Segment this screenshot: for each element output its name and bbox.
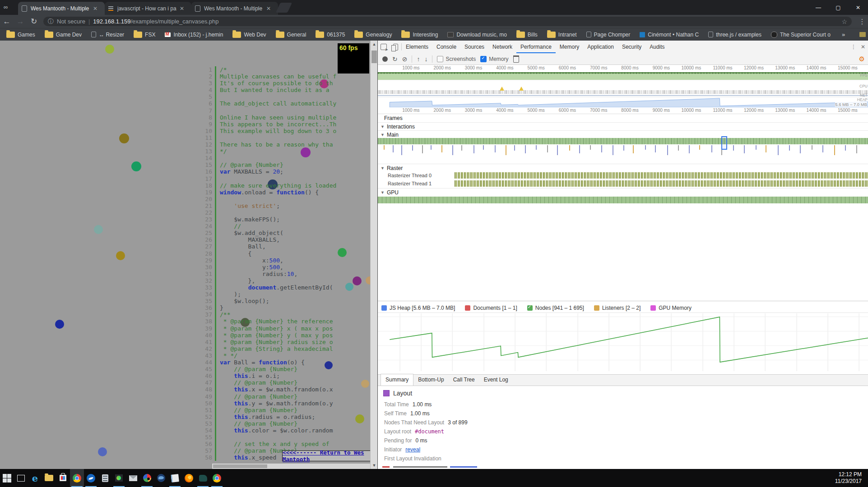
section-main[interactable]: ▼Main (381, 132, 399, 138)
screenshots-checkbox[interactable]: Screenshots (437, 56, 476, 62)
taskbar-task-view-icon[interactable] (14, 469, 28, 487)
details-tab-call-tree[interactable]: Call Tree (449, 374, 479, 386)
performance-overview[interactable]: 1000 ms2000 ms3000 ms4000 ms5000 ms6000 … (378, 65, 868, 107)
section-gpu[interactable]: ▼GPU (381, 189, 399, 196)
browser-tab[interactable]: Wes Mantooth - Multiple✕ (191, 2, 278, 15)
bookmark-item[interactable]: The Superior Court o (771, 32, 831, 38)
bookmark-item[interactable]: three.js / examples (708, 32, 761, 38)
bookmark-item[interactable]: Interesting (401, 32, 438, 38)
legend-checkbox[interactable] (594, 305, 599, 311)
section-raster[interactable]: ▼Raster (381, 165, 403, 171)
inspect-element-icon[interactable] (378, 42, 390, 51)
taskbar-edge-icon[interactable]: e (28, 469, 42, 487)
load-profile-icon[interactable]: ↑ (417, 55, 420, 63)
tab-close-icon[interactable]: ✕ (93, 5, 97, 12)
taskbar-paint-app-icon[interactable] (140, 469, 154, 487)
devtools-tab-console[interactable]: Console (432, 41, 460, 53)
memory-chart[interactable] (378, 313, 868, 371)
vertical-scrollbar[interactable]: ▲ ▼ (370, 41, 378, 469)
taskbar-thunderbird-icon[interactable] (154, 469, 168, 487)
legend-checkbox[interactable] (465, 305, 470, 311)
legend-checkbox[interactable] (527, 305, 533, 311)
tab-close-icon[interactable]: ✕ (180, 5, 184, 12)
section-frames[interactable]: Frames (384, 115, 403, 121)
main-thread-activity-bar[interactable] (378, 138, 868, 144)
bookmark-item[interactable]: Web Dev (232, 32, 266, 38)
return-link-box[interactable]: <<<<------ Return to Wes Mantooth (282, 450, 370, 461)
horizontal-scrollbar[interactable] (212, 464, 370, 469)
address-bar[interactable]: ⓘ Not secure | 192.168.1.159/examples/mu… (43, 17, 852, 26)
tab-close-icon[interactable]: ✕ (266, 5, 271, 12)
legend-checkbox[interactable] (381, 305, 387, 311)
new-tab-button[interactable] (276, 3, 292, 13)
vertical-scrollbar-thumb[interactable] (371, 51, 377, 63)
flame-chart[interactable]: 1000 ms2000 ms3000 ms4000 ms5000 ms6000 … (378, 107, 868, 301)
browser-menu-icon[interactable]: ⋮ (856, 18, 868, 26)
taskbar-store-icon[interactable] (56, 469, 70, 487)
bookmark-item[interactable]: General (276, 32, 306, 38)
legend-item[interactable]: Documents [1 – 1] (465, 305, 517, 311)
legend-checkbox[interactable] (650, 305, 656, 311)
taskbar-openoffice-icon[interactable] (84, 469, 98, 487)
reload-profile-icon[interactable]: ↻ (392, 55, 398, 63)
save-profile-icon[interactable]: ↓ (424, 55, 427, 63)
devtools-tab-elements[interactable]: Elements (402, 41, 432, 53)
bookmark-item[interactable]: Game Dev (45, 32, 82, 38)
back-button[interactable]: ← (0, 17, 14, 26)
bookmark-item[interactable]: Bills (516, 32, 538, 38)
forward-button[interactable]: → (14, 17, 27, 26)
devtools-tab-sources[interactable]: Sources (460, 41, 488, 53)
info-icon[interactable]: ⓘ (48, 18, 54, 26)
rasterizer-thread-0-label[interactable]: Rasterizer Thread 0 (388, 173, 435, 178)
capture-settings-gear-icon[interactable]: ⚙ (859, 55, 865, 63)
taskbar-file-explorer-icon[interactable] (42, 469, 56, 487)
taskbar-start-icon[interactable] (0, 469, 14, 487)
devtools-tab-performance[interactable]: Performance (516, 41, 556, 53)
bookmark-item[interactable]: Games (6, 32, 35, 38)
taskbar-image-app-icon[interactable] (196, 469, 210, 487)
reload-button[interactable]: ↻ (27, 17, 41, 26)
taskbar-firefox-icon[interactable] (182, 469, 196, 487)
trash-icon[interactable] (513, 55, 519, 63)
bookmark-item[interactable]: ↔ Resizer (91, 32, 124, 38)
memory-checkbox[interactable]: Memory (480, 56, 508, 62)
clear-icon[interactable]: ⊘ (402, 55, 408, 63)
legend-item[interactable]: GPU Memory (650, 305, 692, 311)
devtools-tab-application[interactable]: Application (583, 41, 618, 53)
maximize-button[interactable]: ▢ (828, 0, 848, 15)
close-button[interactable]: ✕ (848, 0, 868, 15)
devtools-tab-security[interactable]: Security (618, 41, 645, 53)
device-toolbar-icon[interactable] (390, 42, 401, 51)
taskbar-mail-icon[interactable] (126, 469, 140, 487)
bookmark-item[interactable]: Genealogy (354, 32, 392, 38)
details-tab-bottom-up[interactable]: Bottom-Up (413, 374, 448, 386)
devtools-tab-network[interactable]: Network (488, 41, 516, 53)
bookmark-item[interactable]: Intranet (547, 32, 577, 38)
gpu-activity-bar[interactable] (378, 197, 868, 203)
record-button[interactable] (382, 56, 388, 62)
bookmark-item[interactable]: Page Chomper (586, 32, 631, 38)
reveal-link[interactable]: reveal (405, 446, 420, 453)
taskbar-media-app-icon[interactable] (112, 469, 126, 487)
horizontal-scrollbar-thumb[interactable] (213, 464, 267, 468)
legend-item[interactable]: JS Heap [5.6 MB – 7.0 MB] (381, 305, 455, 311)
taskbar-notes-app-icon[interactable] (168, 469, 182, 487)
browser-tab[interactable]: javascript - How can i pa✕ (105, 2, 191, 15)
scroll-up-arrow[interactable]: ▲ (371, 41, 378, 48)
rasterizer-thread-1-label[interactable]: Rasterizer Thread 1 (388, 181, 435, 186)
legend-item[interactable]: Nodes [941 – 1 695] (527, 305, 584, 311)
taskbar-clock[interactable]: 12:12 PM11/23/2017 (835, 471, 868, 485)
minimize-button[interactable]: — (808, 0, 828, 15)
bookmark-item[interactable]: Cinémont • Nathan C (640, 32, 699, 38)
devtools-menu-icon[interactable]: ⋮ (849, 44, 858, 50)
return-link[interactable]: <<<<------ Return to Wes Mantooth (283, 449, 370, 463)
devtools-close-icon[interactable]: ✕ (858, 44, 868, 50)
bookmark-item[interactable]: Inbox (152) - j.hemin (165, 32, 223, 38)
browser-tab[interactable]: Wes Mantooth - Multiple✕ (18, 2, 105, 15)
bookmark-item[interactable]: 061375 (316, 32, 345, 38)
legend-item[interactable]: Listeners [2 – 2] (594, 305, 641, 311)
taskbar-calculator-icon[interactable] (98, 469, 112, 487)
taskbar-chrome-icon[interactable] (70, 469, 84, 487)
details-tab-event-log[interactable]: Event Log (479, 374, 513, 386)
devtools-tab-memory[interactable]: Memory (556, 41, 583, 53)
